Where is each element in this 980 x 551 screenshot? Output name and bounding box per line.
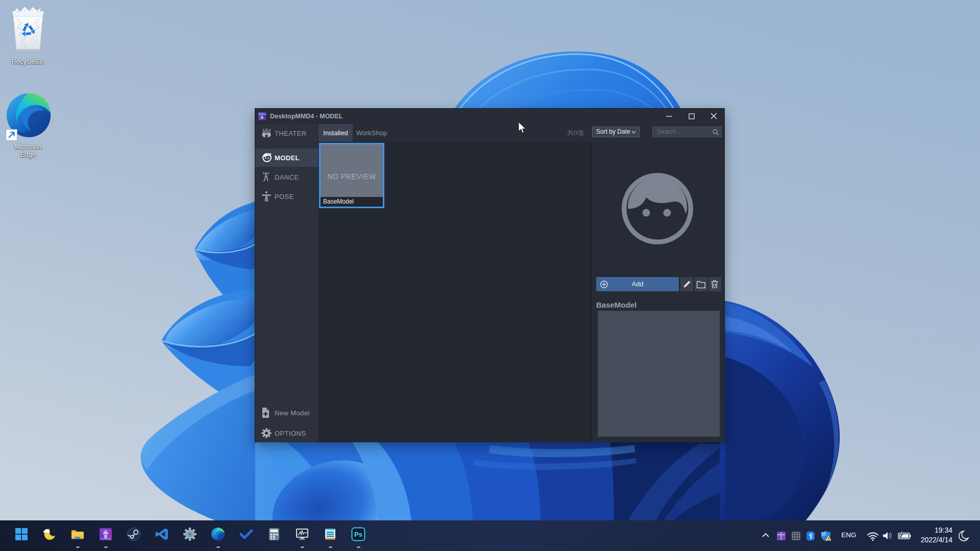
svg-text:Ps: Ps <box>354 531 362 538</box>
